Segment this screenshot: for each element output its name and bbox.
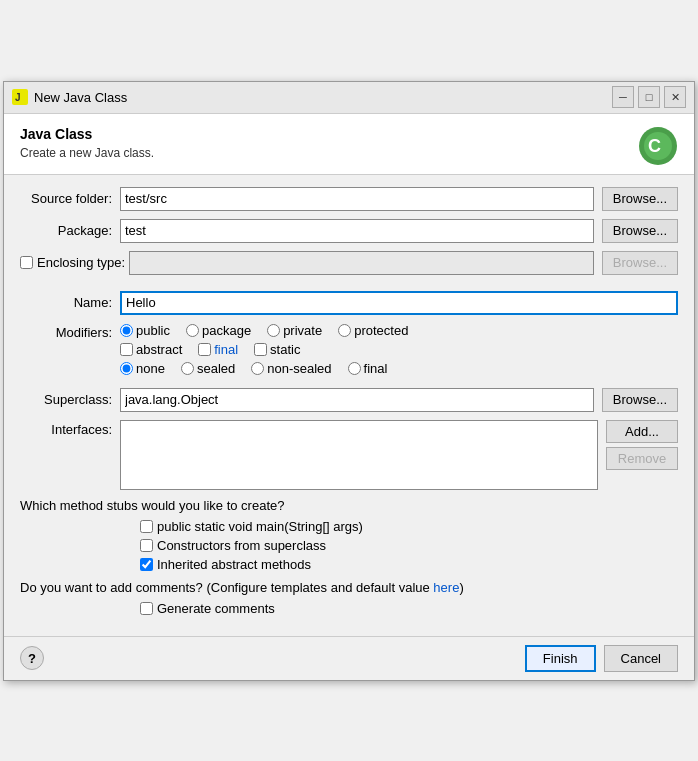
header-title: Java Class [20, 126, 154, 142]
non-sealed-radio[interactable] [251, 362, 264, 375]
stubs-section: Which method stubs would you like to cre… [20, 498, 678, 572]
sealed-radio-item: sealed [181, 361, 235, 376]
package-browse-button[interactable]: Browse... [602, 219, 678, 243]
add-interface-button[interactable]: Add... [606, 420, 678, 443]
comments-section: Do you want to add comments? (Configure … [20, 580, 678, 616]
title-bar: J New Java Class ─ □ ✕ [4, 82, 694, 114]
title-bar-controls: ─ □ ✕ [612, 86, 686, 108]
source-folder-browse-button[interactable]: Browse... [602, 187, 678, 211]
stub-main-item: public static void main(String[] args) [140, 519, 678, 534]
interfaces-section: Interfaces: Add... Remove [20, 420, 678, 490]
cancel-button[interactable]: Cancel [604, 645, 678, 672]
access-modifiers-row: public package private protected [120, 323, 678, 338]
modifiers-section: Modifiers: public package private [20, 323, 678, 380]
close-button[interactable]: ✕ [664, 86, 686, 108]
interfaces-label: Interfaces: [20, 420, 120, 437]
comments-question: Do you want to add comments? (Configure … [20, 580, 678, 595]
title-bar-text: New Java Class [34, 90, 612, 105]
final-checkbox[interactable] [198, 343, 211, 356]
final-sealed-radio-item: final [348, 361, 388, 376]
protected-label: protected [354, 323, 408, 338]
enclosing-type-checkbox[interactable] [20, 256, 33, 269]
superclass-input[interactable] [120, 388, 594, 412]
final-sealed-label: final [364, 361, 388, 376]
footer-left: ? [20, 646, 44, 670]
none-label: none [136, 361, 165, 376]
source-folder-row: Source folder: Browse... [20, 187, 678, 211]
private-radio-item: private [267, 323, 322, 338]
static-check-item: static [254, 342, 300, 357]
stub-main-checkbox[interactable] [140, 520, 153, 533]
superclass-browse-button[interactable]: Browse... [602, 388, 678, 412]
stub-constructors-label: Constructors from superclass [157, 538, 326, 553]
stub-inherited-label: Inherited abstract methods [157, 557, 311, 572]
stubs-question: Which method stubs would you like to cre… [20, 498, 678, 513]
stub-main-label: public static void main(String[] args) [157, 519, 363, 534]
superclass-label: Superclass: [20, 392, 120, 407]
non-sealed-radio-item: non-sealed [251, 361, 331, 376]
abstract-final-row: abstract final static [120, 342, 678, 357]
interfaces-buttons: Add... Remove [606, 420, 678, 470]
name-input[interactable] [120, 291, 678, 315]
final-sealed-radio[interactable] [348, 362, 361, 375]
protected-radio-item: protected [338, 323, 408, 338]
sealed-radio[interactable] [181, 362, 194, 375]
sealed-row: none sealed non-sealed final [120, 361, 678, 376]
protected-radio[interactable] [338, 324, 351, 337]
dialog-icon: J [12, 89, 28, 105]
abstract-checkbox[interactable] [120, 343, 133, 356]
static-checkbox[interactable] [254, 343, 267, 356]
minimize-button[interactable]: ─ [612, 86, 634, 108]
final-check-item: final [198, 342, 238, 357]
header-subtitle: Create a new Java class. [20, 146, 154, 160]
none-radio-item: none [120, 361, 165, 376]
abstract-check-item: abstract [120, 342, 182, 357]
generate-comments-checkbox[interactable] [140, 602, 153, 615]
enclosing-type-input[interactable] [129, 251, 594, 275]
comments-here-link[interactable]: here [433, 580, 459, 595]
package-radio-item: package [186, 323, 251, 338]
final-label: final [214, 342, 238, 357]
source-folder-label: Source folder: [20, 191, 120, 206]
package-label: Package: [20, 223, 120, 238]
stub-constructors-checkbox[interactable] [140, 539, 153, 552]
package-label: package [202, 323, 251, 338]
none-radio[interactable] [120, 362, 133, 375]
generate-comments-label: Generate comments [157, 601, 275, 616]
static-label: static [270, 342, 300, 357]
comments-question-end: ) [459, 580, 463, 595]
public-radio[interactable] [120, 324, 133, 337]
restore-button[interactable]: □ [638, 86, 660, 108]
enclosing-type-browse-button[interactable]: Browse... [602, 251, 678, 275]
remove-interface-button[interactable]: Remove [606, 447, 678, 470]
footer: ? Finish Cancel [4, 636, 694, 680]
private-label: private [283, 323, 322, 338]
source-folder-input[interactable] [120, 187, 594, 211]
modifiers-label: Modifiers: [20, 323, 120, 340]
header-section: Java Class Create a new Java class. C [4, 114, 694, 175]
package-radio[interactable] [186, 324, 199, 337]
stub-constructors-item: Constructors from superclass [140, 538, 678, 553]
non-sealed-label: non-sealed [267, 361, 331, 376]
interfaces-box[interactable] [120, 420, 598, 490]
enclosing-type-row: Enclosing type: Browse... [20, 251, 678, 275]
footer-right: Finish Cancel [525, 645, 678, 672]
svg-text:C: C [648, 136, 661, 156]
content-area: Source folder: Browse... Package: Browse… [4, 175, 694, 636]
finish-button[interactable]: Finish [525, 645, 596, 672]
package-input[interactable] [120, 219, 594, 243]
header-text: Java Class Create a new Java class. [20, 126, 154, 160]
package-row: Package: Browse... [20, 219, 678, 243]
abstract-label: abstract [136, 342, 182, 357]
public-label: public [136, 323, 170, 338]
eclipse-icon: C [638, 126, 678, 166]
generate-comments-item: Generate comments [140, 601, 678, 616]
modifiers-content: public package private protected [120, 323, 678, 380]
private-radio[interactable] [267, 324, 280, 337]
svg-text:J: J [15, 92, 21, 103]
help-button[interactable]: ? [20, 646, 44, 670]
name-row: Name: [20, 291, 678, 315]
stub-inherited-checkbox[interactable] [140, 558, 153, 571]
public-radio-item: public [120, 323, 170, 338]
new-java-class-dialog: J New Java Class ─ □ ✕ Java Class Create… [3, 81, 695, 681]
